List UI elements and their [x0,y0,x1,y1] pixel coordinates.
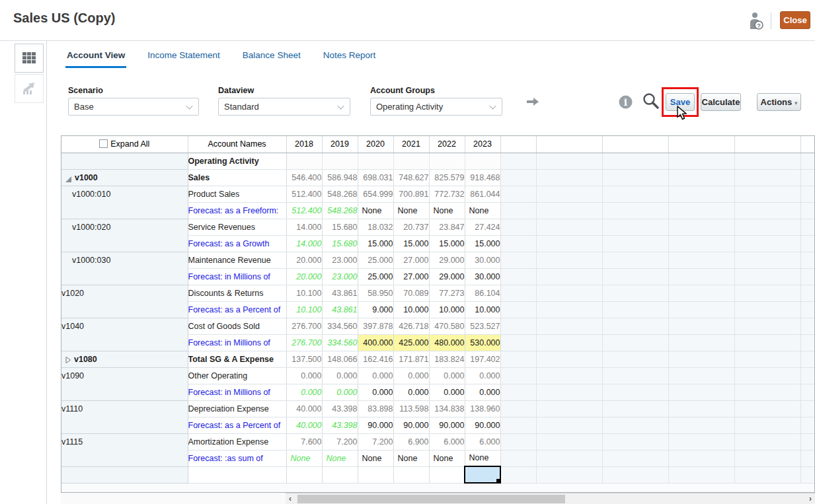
value-cell-2021[interactable]: 27.000 [393,252,429,268]
forecast-value-cell-2021[interactable]: None [393,202,429,219]
account-name-cell[interactable]: Amortization Expense [188,433,286,450]
save-button[interactable]: Save [666,93,695,111]
forecast-value-cell-2023[interactable]: 0.000 [465,384,500,400]
forecast-value-cell-2023[interactable]: None [465,450,500,466]
forecast-value-cell-2020[interactable]: None [358,450,393,466]
selected-cell[interactable] [465,466,500,483]
scenario-select[interactable]: Base [68,98,199,116]
forecast-value-cell-2018[interactable]: 0.000 [286,384,322,400]
account-name-cell[interactable]: Total SG & A Expense [188,351,286,367]
value-cell-2023[interactable]: 30.000 [465,252,500,268]
account-code-cell[interactable]: v1080 [61,351,188,367]
value-cell-2021[interactable]: 426.718 [393,318,429,334]
value-cell-2022[interactable]: 183.824 [429,351,465,367]
value-cell-2023[interactable]: 197.402 [465,351,500,367]
search-icon[interactable] [642,92,660,110]
forecast-value-cell-2018[interactable]: None [286,450,322,466]
forecast-value-cell-2023[interactable]: 30.000 [465,268,500,285]
value-cell-2020[interactable]: 18.032 [358,219,393,235]
tab-notes-report[interactable]: Notes Report [322,48,377,68]
account-code-cell[interactable] [61,466,188,483]
value-cell-2019[interactable]: 43.398 [322,400,358,417]
value-cell-2022[interactable]: 0.000 [429,367,465,384]
forecast-method-link[interactable]: Forecast: in Millions of [188,384,286,400]
value-cell-2021[interactable]: 748.627 [393,169,429,186]
forecast-value-cell-2018[interactable]: 10.100 [286,301,322,318]
forecast-value-cell-2023[interactable]: 530.000 [465,334,500,351]
blank-value-cell[interactable] [393,466,429,483]
value-cell-2021[interactable]: 0.000 [393,367,429,384]
value-cell-2022[interactable]: 134.838 [429,400,465,417]
value-cell-2018[interactable]: 20.000 [286,252,322,268]
forecast-value-cell-2023[interactable]: 15.000 [465,235,500,252]
forecast-value-cell-2022[interactable]: None [429,450,465,466]
value-cell-2021[interactable]: 171.871 [393,351,429,367]
account-groups-select[interactable]: Operating Activity [370,98,502,116]
account-code-cell[interactable]: v1090 [61,367,188,400]
scroll-left-icon[interactable]: ‹ [289,494,291,503]
account-code-cell[interactable] [61,153,188,169]
value-cell-2020[interactable]: 58.950 [358,285,393,301]
expand-all-checkbox[interactable] [99,139,108,148]
fill-handle[interactable] [496,479,500,483]
blank-value-cell[interactable] [358,466,393,483]
value-cell-2023[interactable]: 523.527 [465,318,500,334]
value-cell-2020[interactable]: 698.031 [358,169,393,186]
account-code-cell[interactable]: v1040 [61,318,188,351]
forecast-value-cell-2022[interactable]: 480.000 [429,334,465,351]
blank-value-cell[interactable] [429,466,465,483]
group-name-cell[interactable]: Operating Activity [188,153,286,169]
forecast-value-cell-2020[interactable]: 400.000 [358,334,393,351]
value-cell-2019[interactable]: 548.268 [322,186,358,202]
value-cell-2020[interactable]: 162.416 [358,351,393,367]
blank-value-cell[interactable] [322,466,358,483]
account-code-cell[interactable]: v1000:020 [61,219,188,252]
account-name-cell[interactable]: Service Revenues [188,219,286,235]
account-name-cell[interactable]: Product Sales [188,186,286,202]
tree-collapse-icon[interactable] [65,175,71,184]
sidebar-grid-view-button[interactable] [15,44,44,73]
account-name-cell[interactable] [188,466,286,483]
value-cell-2022[interactable]: 772.732 [429,186,465,202]
value-cell-2023[interactable]: 6.000 [465,433,500,450]
forecast-method-link[interactable]: Forecast: as a Percent of [188,301,286,318]
value-cell-2022[interactable]: 23.847 [429,219,465,235]
value-cell-2020[interactable]: 7.200 [358,433,393,450]
forecast-value-cell-2021[interactable]: 0.000 [393,384,429,400]
account-name-cell[interactable]: Sales [188,169,286,186]
actions-button[interactable]: Actions ▾ [757,93,801,111]
value-cell-2019[interactable]: 0.000 [322,367,358,384]
horizontal-scrollbar[interactable]: ‹ › [286,493,815,504]
value-cell-2021[interactable]: 700.891 [393,186,429,202]
forecast-value-cell-2020[interactable]: 25.000 [358,268,393,285]
value-cell-2019[interactable]: 15.680 [322,219,358,235]
value-cell-2018[interactable]: 512.400 [286,186,322,202]
year-header-2020[interactable]: 2020 [358,136,393,153]
forecast-value-cell-2019[interactable]: 43.861 [322,301,358,318]
value-cell-2023[interactable]: 861.044 [465,186,500,202]
value-cell-2018[interactable]: 10.100 [286,285,322,301]
dataview-select[interactable]: Standard [218,98,350,116]
forecast-value-cell-2019[interactable]: 43.398 [322,417,358,433]
account-code-cell[interactable]: v1110 [61,400,188,433]
tab-account-view[interactable]: Account View [65,48,126,68]
forecast-value-cell-2022[interactable]: 15.000 [429,235,465,252]
forecast-method-link[interactable]: Forecast: as a Percent of [188,417,286,433]
calculate-button[interactable]: Calculate [701,93,741,111]
account-name-cell[interactable]: Other Operating [188,367,286,384]
value-cell-2018[interactable]: 7.600 [286,433,322,450]
value-cell-2022[interactable]: 470.580 [429,318,465,334]
forecast-method-link[interactable]: Forecast: as a Freeform: [188,202,286,219]
account-code-cell[interactable]: v1000:030 [61,252,188,285]
forecast-value-cell-2021[interactable]: 15.000 [393,235,429,252]
forecast-value-cell-2018[interactable]: 14.000 [286,235,322,252]
value-cell-2023[interactable]: 86.104 [465,285,500,301]
go-forward-arrow-icon[interactable] [526,97,539,106]
tab-balance-sheet[interactable]: Balance Sheet [241,48,302,68]
forecast-value-cell-2018[interactable]: 40.000 [286,417,322,433]
year-header-2022[interactable]: 2022 [429,136,465,153]
forecast-value-cell-2019[interactable]: 23.000 [322,268,358,285]
account-name-cell[interactable]: Cost of Goods Sold [188,318,286,334]
value-cell-2022[interactable]: 77.273 [429,285,465,301]
forecast-value-cell-2019[interactable]: 15.680 [322,235,358,252]
